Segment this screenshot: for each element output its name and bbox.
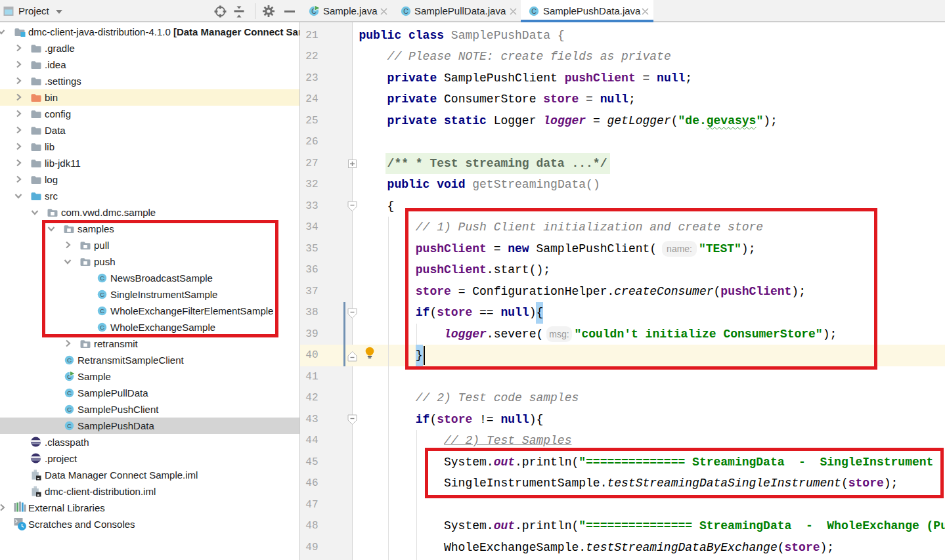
svg-text:C: C	[531, 7, 537, 15]
svg-text:C: C	[403, 7, 408, 15]
